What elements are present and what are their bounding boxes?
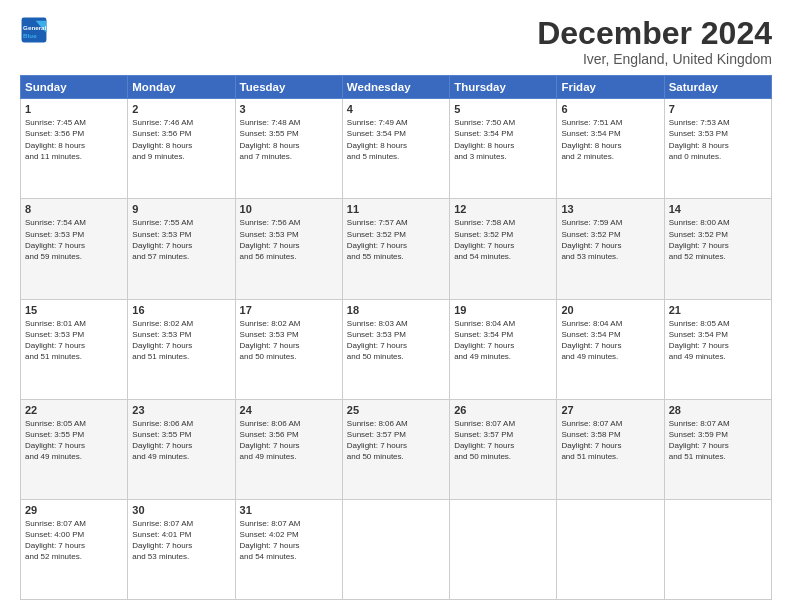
calendar-cell: 16Sunrise: 8:02 AM Sunset: 3:53 PM Dayli…: [128, 299, 235, 399]
day-number: 22: [25, 404, 123, 416]
calendar-cell: [450, 499, 557, 599]
day-number: 21: [669, 304, 767, 316]
day-info: Sunrise: 7:51 AM Sunset: 3:54 PM Dayligh…: [561, 117, 659, 162]
subtitle: Iver, England, United Kingdom: [537, 51, 772, 67]
svg-text:General: General: [23, 24, 46, 31]
day-number: 5: [454, 103, 552, 115]
day-info: Sunrise: 8:06 AM Sunset: 3:55 PM Dayligh…: [132, 418, 230, 463]
calendar-cell: 13Sunrise: 7:59 AM Sunset: 3:52 PM Dayli…: [557, 199, 664, 299]
col-header-monday: Monday: [128, 76, 235, 99]
calendar-cell: 27Sunrise: 8:07 AM Sunset: 3:58 PM Dayli…: [557, 399, 664, 499]
calendar-cell: 4Sunrise: 7:49 AM Sunset: 3:54 PM Daylig…: [342, 99, 449, 199]
day-info: Sunrise: 7:45 AM Sunset: 3:56 PM Dayligh…: [25, 117, 123, 162]
day-number: 30: [132, 504, 230, 516]
calendar-cell: 18Sunrise: 8:03 AM Sunset: 3:53 PM Dayli…: [342, 299, 449, 399]
week-row-4: 22Sunrise: 8:05 AM Sunset: 3:55 PM Dayli…: [21, 399, 772, 499]
day-info: Sunrise: 7:50 AM Sunset: 3:54 PM Dayligh…: [454, 117, 552, 162]
day-info: Sunrise: 7:59 AM Sunset: 3:52 PM Dayligh…: [561, 217, 659, 262]
day-number: 13: [561, 203, 659, 215]
calendar-cell: 19Sunrise: 8:04 AM Sunset: 3:54 PM Dayli…: [450, 299, 557, 399]
day-number: 19: [454, 304, 552, 316]
day-info: Sunrise: 8:04 AM Sunset: 3:54 PM Dayligh…: [561, 318, 659, 363]
day-info: Sunrise: 7:53 AM Sunset: 3:53 PM Dayligh…: [669, 117, 767, 162]
day-number: 8: [25, 203, 123, 215]
week-row-5: 29Sunrise: 8:07 AM Sunset: 4:00 PM Dayli…: [21, 499, 772, 599]
calendar-cell: 14Sunrise: 8:00 AM Sunset: 3:52 PM Dayli…: [664, 199, 771, 299]
week-row-3: 15Sunrise: 8:01 AM Sunset: 3:53 PM Dayli…: [21, 299, 772, 399]
calendar-cell: 1Sunrise: 7:45 AM Sunset: 3:56 PM Daylig…: [21, 99, 128, 199]
day-info: Sunrise: 7:49 AM Sunset: 3:54 PM Dayligh…: [347, 117, 445, 162]
day-number: 9: [132, 203, 230, 215]
calendar-cell: 29Sunrise: 8:07 AM Sunset: 4:00 PM Dayli…: [21, 499, 128, 599]
calendar-cell: 23Sunrise: 8:06 AM Sunset: 3:55 PM Dayli…: [128, 399, 235, 499]
day-info: Sunrise: 8:00 AM Sunset: 3:52 PM Dayligh…: [669, 217, 767, 262]
day-number: 6: [561, 103, 659, 115]
calendar-cell: 5Sunrise: 7:50 AM Sunset: 3:54 PM Daylig…: [450, 99, 557, 199]
day-info: Sunrise: 8:05 AM Sunset: 3:55 PM Dayligh…: [25, 418, 123, 463]
day-info: Sunrise: 8:07 AM Sunset: 4:01 PM Dayligh…: [132, 518, 230, 563]
day-number: 29: [25, 504, 123, 516]
day-number: 1: [25, 103, 123, 115]
day-number: 3: [240, 103, 338, 115]
calendar-cell: 21Sunrise: 8:05 AM Sunset: 3:54 PM Dayli…: [664, 299, 771, 399]
day-info: Sunrise: 8:02 AM Sunset: 3:53 PM Dayligh…: [240, 318, 338, 363]
day-info: Sunrise: 7:56 AM Sunset: 3:53 PM Dayligh…: [240, 217, 338, 262]
col-header-wednesday: Wednesday: [342, 76, 449, 99]
header: General Blue December 2024 Iver, England…: [20, 16, 772, 67]
main-title: December 2024: [537, 16, 772, 51]
day-number: 16: [132, 304, 230, 316]
day-number: 11: [347, 203, 445, 215]
day-number: 26: [454, 404, 552, 416]
calendar-cell: 30Sunrise: 8:07 AM Sunset: 4:01 PM Dayli…: [128, 499, 235, 599]
col-header-saturday: Saturday: [664, 76, 771, 99]
day-info: Sunrise: 8:07 AM Sunset: 3:59 PM Dayligh…: [669, 418, 767, 463]
logo-icon: General Blue: [20, 16, 48, 44]
day-info: Sunrise: 8:07 AM Sunset: 3:58 PM Dayligh…: [561, 418, 659, 463]
calendar-cell: 8Sunrise: 7:54 AM Sunset: 3:53 PM Daylig…: [21, 199, 128, 299]
calendar-cell: 15Sunrise: 8:01 AM Sunset: 3:53 PM Dayli…: [21, 299, 128, 399]
day-info: Sunrise: 8:03 AM Sunset: 3:53 PM Dayligh…: [347, 318, 445, 363]
calendar-table: SundayMondayTuesdayWednesdayThursdayFrid…: [20, 75, 772, 600]
day-info: Sunrise: 8:06 AM Sunset: 3:57 PM Dayligh…: [347, 418, 445, 463]
svg-text:Blue: Blue: [23, 32, 37, 39]
col-header-tuesday: Tuesday: [235, 76, 342, 99]
day-number: 12: [454, 203, 552, 215]
col-header-friday: Friday: [557, 76, 664, 99]
logo: General Blue: [20, 16, 48, 44]
calendar-cell: 6Sunrise: 7:51 AM Sunset: 3:54 PM Daylig…: [557, 99, 664, 199]
calendar-cell: 9Sunrise: 7:55 AM Sunset: 3:53 PM Daylig…: [128, 199, 235, 299]
col-header-thursday: Thursday: [450, 76, 557, 99]
calendar-cell: [664, 499, 771, 599]
week-row-2: 8Sunrise: 7:54 AM Sunset: 3:53 PM Daylig…: [21, 199, 772, 299]
day-info: Sunrise: 7:57 AM Sunset: 3:52 PM Dayligh…: [347, 217, 445, 262]
page: General Blue December 2024 Iver, England…: [0, 0, 792, 612]
day-number: 7: [669, 103, 767, 115]
calendar-cell: 7Sunrise: 7:53 AM Sunset: 3:53 PM Daylig…: [664, 99, 771, 199]
col-header-sunday: Sunday: [21, 76, 128, 99]
calendar-body: 1Sunrise: 7:45 AM Sunset: 3:56 PM Daylig…: [21, 99, 772, 600]
day-info: Sunrise: 8:01 AM Sunset: 3:53 PM Dayligh…: [25, 318, 123, 363]
title-block: December 2024 Iver, England, United King…: [537, 16, 772, 67]
calendar-cell: 3Sunrise: 7:48 AM Sunset: 3:55 PM Daylig…: [235, 99, 342, 199]
calendar-cell: 26Sunrise: 8:07 AM Sunset: 3:57 PM Dayli…: [450, 399, 557, 499]
day-number: 25: [347, 404, 445, 416]
calendar-cell: 22Sunrise: 8:05 AM Sunset: 3:55 PM Dayli…: [21, 399, 128, 499]
calendar-cell: 2Sunrise: 7:46 AM Sunset: 3:56 PM Daylig…: [128, 99, 235, 199]
calendar-cell: 12Sunrise: 7:58 AM Sunset: 3:52 PM Dayli…: [450, 199, 557, 299]
day-info: Sunrise: 8:02 AM Sunset: 3:53 PM Dayligh…: [132, 318, 230, 363]
day-info: Sunrise: 7:46 AM Sunset: 3:56 PM Dayligh…: [132, 117, 230, 162]
day-number: 2: [132, 103, 230, 115]
calendar-cell: 20Sunrise: 8:04 AM Sunset: 3:54 PM Dayli…: [557, 299, 664, 399]
calendar-cell: [557, 499, 664, 599]
day-info: Sunrise: 8:07 AM Sunset: 3:57 PM Dayligh…: [454, 418, 552, 463]
calendar-cell: [342, 499, 449, 599]
day-info: Sunrise: 8:05 AM Sunset: 3:54 PM Dayligh…: [669, 318, 767, 363]
day-number: 14: [669, 203, 767, 215]
day-info: Sunrise: 7:48 AM Sunset: 3:55 PM Dayligh…: [240, 117, 338, 162]
calendar-cell: 17Sunrise: 8:02 AM Sunset: 3:53 PM Dayli…: [235, 299, 342, 399]
day-info: Sunrise: 7:55 AM Sunset: 3:53 PM Dayligh…: [132, 217, 230, 262]
calendar-cell: 31Sunrise: 8:07 AM Sunset: 4:02 PM Dayli…: [235, 499, 342, 599]
day-info: Sunrise: 8:07 AM Sunset: 4:02 PM Dayligh…: [240, 518, 338, 563]
day-number: 23: [132, 404, 230, 416]
day-number: 15: [25, 304, 123, 316]
